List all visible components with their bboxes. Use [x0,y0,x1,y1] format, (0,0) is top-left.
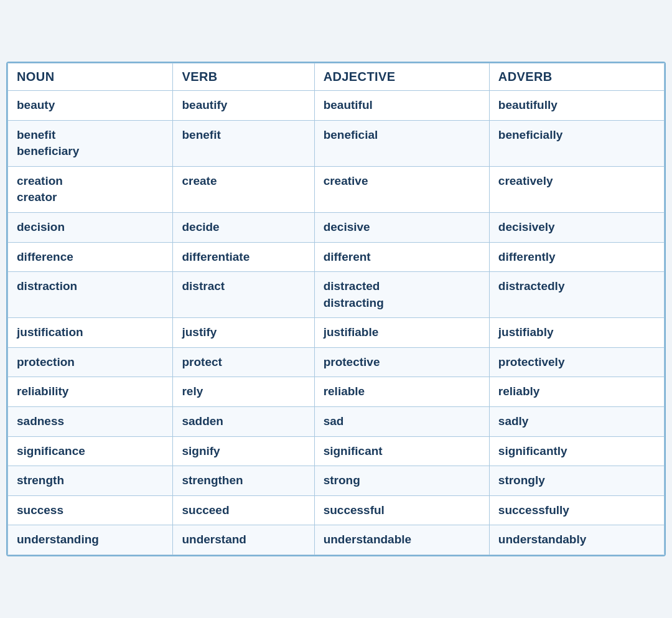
cell-adjective: creative [314,166,489,212]
cell-adjective: beautiful [314,90,489,120]
cell-verb: beautify [173,90,314,120]
header-verb: VERB [173,63,314,90]
cell-noun: decision [8,212,173,242]
cell-noun: protection [8,347,173,377]
cell-adjective: sad [314,407,489,437]
cell-adjective: understandable [314,525,489,555]
cell-adjective: significant [314,436,489,466]
header-noun: NOUN [8,63,173,90]
cell-noun: beauty [8,90,173,120]
cell-noun: justification [8,318,173,348]
header-adverb: ADVERB [489,63,664,90]
table-row: sadnesssaddensadsadly [8,407,665,437]
cell-adverb: sadly [489,407,664,437]
cell-verb: distract [173,272,314,318]
cell-verb: rely [173,377,314,407]
cell-adverb: significantly [489,436,664,466]
table-row: significancesignifysignificantsignifican… [8,436,665,466]
table-row: strengthstrengthenstrongstrongly [8,466,665,496]
cell-noun: distraction [8,272,173,318]
cell-noun: understanding [8,525,173,555]
cell-adjective: reliable [314,377,489,407]
table-header-row: NOUN VERB ADJECTIVE ADVERB [8,63,665,90]
cell-adverb: decisively [489,212,664,242]
cell-adjective: protective [314,347,489,377]
cell-adverb: distractedly [489,272,664,318]
cell-adverb: justifiably [489,318,664,348]
cell-adjective: distracteddistracting [314,272,489,318]
cell-verb: benefit [173,120,314,166]
table-row: differencedifferentiatedifferentdifferen… [8,242,665,272]
cell-adverb: protectively [489,347,664,377]
cell-adverb: differently [489,242,664,272]
cell-verb: decide [173,212,314,242]
cell-adjective: beneficial [314,120,489,166]
cell-verb: strengthen [173,466,314,496]
cell-adverb: beneficially [489,120,664,166]
cell-adjective: successful [314,495,489,525]
table-row: distractiondistractdistracteddistracting… [8,272,665,318]
cell-verb: understand [173,525,314,555]
table-row: benefitbeneficiarybenefitbeneficialbenef… [8,120,665,166]
table-row: reliabilityrelyreliablereliably [8,377,665,407]
table-row: protectionprotectprotectiveprotectively [8,347,665,377]
cell-noun: sadness [8,407,173,437]
cell-verb: signify [173,436,314,466]
cell-noun: benefitbeneficiary [8,120,173,166]
cell-adjective: strong [314,466,489,496]
header-adjective: ADJECTIVE [314,63,489,90]
cell-verb: differentiate [173,242,314,272]
cell-adjective: different [314,242,489,272]
cell-verb: sadden [173,407,314,437]
cell-adverb: reliably [489,377,664,407]
cell-noun: success [8,495,173,525]
cell-adverb: successfully [489,495,664,525]
word-forms-table: NOUN VERB ADJECTIVE ADVERB beautybeautif… [7,63,665,555]
cell-noun: difference [8,242,173,272]
cell-verb: protect [173,347,314,377]
cell-noun: strength [8,466,173,496]
table-row: decisiondecidedecisivedecisively [8,212,665,242]
cell-noun: reliability [8,377,173,407]
cell-adverb: understandably [489,525,664,555]
cell-verb: create [173,166,314,212]
table-row: beautybeautifybeautifulbeautifully [8,90,665,120]
table-row: successsucceedsuccessfulsuccessfully [8,495,665,525]
word-forms-table-wrapper: NOUN VERB ADJECTIVE ADVERB beautybeautif… [6,62,666,556]
table-row: justificationjustifyjustifiablejustifiab… [8,318,665,348]
cell-verb: succeed [173,495,314,525]
cell-verb: justify [173,318,314,348]
cell-noun: creationcreator [8,166,173,212]
cell-adjective: justifiable [314,318,489,348]
cell-noun: significance [8,436,173,466]
cell-adjective: decisive [314,212,489,242]
cell-adverb: beautifully [489,90,664,120]
cell-adverb: creatively [489,166,664,212]
table-row: understandingunderstandunderstandableund… [8,525,665,555]
table-row: creationcreatorcreatecreativecreatively [8,166,665,212]
cell-adverb: strongly [489,466,664,496]
